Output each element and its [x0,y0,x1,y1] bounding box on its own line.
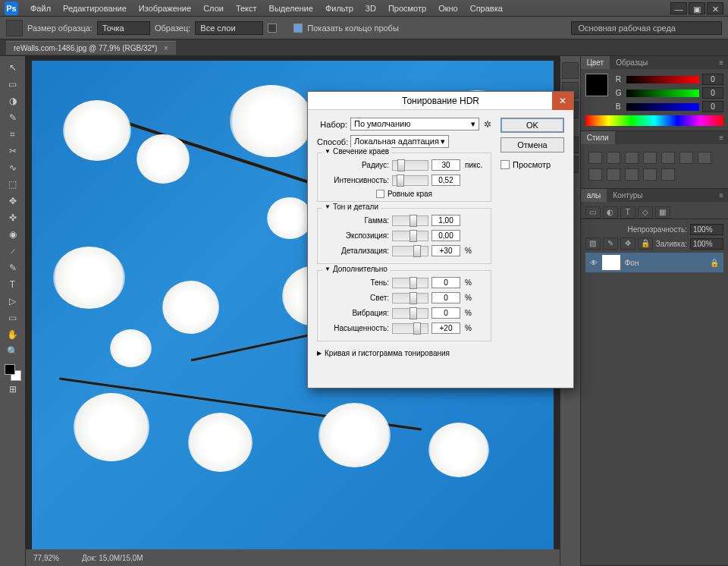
menu-file[interactable]: Файл [24,2,57,14]
adjust-icon[interactable] [643,168,657,181]
exposure-slider[interactable] [392,231,428,241]
adjust-icon[interactable] [607,152,620,164]
adjust-icon[interactable] [625,152,639,164]
sample-size-select[interactable]: Точка [97,21,150,35]
menu-filter[interactable]: Фильтр [319,2,359,14]
smooth-edges-checkbox[interactable] [376,190,384,198]
window-minimize-button[interactable]: — [670,2,687,14]
filter-pixel-icon[interactable]: ▭ [585,206,601,219]
curve-section-header[interactable]: ▶ Кривая и гистограмма тонирования [317,347,491,359]
twisty-icon[interactable]: ▼ [325,266,331,272]
panel-menu-icon[interactable]: ≡ [714,131,728,144]
tab-channels[interactable]: алы [581,189,607,202]
adjust-icon[interactable] [661,168,675,181]
tool-eraser[interactable]: ◉ [4,227,22,242]
layer-row[interactable]: 👁 Фон 🔒 [585,253,723,272]
dialog-titlebar[interactable]: Тонирование HDR ✕ [308,92,573,110]
g-value[interactable]: 0 [702,87,723,99]
layer-name[interactable]: Фон [625,259,639,267]
tool-quickmask[interactable]: ⊞ [4,382,22,397]
vibrance-slider[interactable] [392,308,428,319]
b-value[interactable]: 0 [702,101,723,112]
adjust-icon[interactable] [643,152,657,164]
adjust-icon[interactable] [679,152,693,164]
menu-3d[interactable]: 3D [359,2,382,14]
filter-text-icon[interactable]: T [620,206,635,219]
twisty-right-icon[interactable]: ▶ [317,350,322,357]
foreground-background-swatch[interactable] [5,364,21,381]
preset-gear-icon[interactable]: ✲ [484,119,491,130]
filter-shape-icon[interactable]: ◇ [638,206,653,219]
workspace-select[interactable]: Основная рабочая среда [571,21,722,35]
filter-smart-icon[interactable]: ▦ [655,206,670,219]
color-swatch[interactable] [585,74,608,96]
cancel-button[interactable]: Отмена [500,137,564,153]
lock-pixels-icon[interactable]: ✎ [603,237,618,250]
strip-icon[interactable] [562,62,579,79]
tool-healing[interactable]: ∿ [4,160,22,175]
twisty-icon[interactable]: ▼ [325,148,331,155]
detail-slider[interactable] [392,246,428,256]
shadow-slider[interactable] [392,278,428,288]
menu-layers[interactable]: Слои [197,2,230,14]
saturation-field[interactable]: +20 [431,322,460,334]
light-field[interactable]: 0 [431,292,460,303]
radius-field[interactable]: 30 [431,159,460,171]
tool-move[interactable]: ↖ [4,60,22,75]
g-slider[interactable] [626,90,699,97]
tool-gradient[interactable]: ⟋ [4,244,22,259]
tool-hand[interactable]: ✋ [4,327,22,342]
panel-menu-icon[interactable]: ≡ [714,56,728,69]
menu-image[interactable]: Изображение [133,2,197,14]
foreground-color[interactable] [5,364,15,375]
saturation-slider[interactable] [392,323,428,334]
radius-slider[interactable] [392,160,428,171]
window-maximize-button[interactable]: ▣ [689,2,705,14]
tool-shape[interactable]: ▭ [4,310,22,325]
strength-slider[interactable] [392,175,428,186]
tool-eyedropper[interactable]: ✂ [4,143,22,159]
menu-view[interactable]: Просмотр [382,2,432,14]
tool-history-brush[interactable]: ✜ [4,210,22,225]
preview-checkbox[interactable] [500,160,510,169]
visibility-icon[interactable]: 👁 [590,259,598,267]
document-tab[interactable]: reWalls.com-1486.jpg @ 77,9% (RGB/32*) × [6,41,176,55]
tool-zoom[interactable]: 🔍 [4,344,22,359]
fill-field[interactable]: 100% [690,238,723,250]
filter-adjust-icon[interactable]: ◐ [603,206,618,219]
status-zoom[interactable]: 77,92% [33,554,59,562]
lock-all-icon[interactable]: 🔒 [638,237,653,250]
show-ring-checkbox[interactable] [293,24,303,33]
menu-window[interactable]: Окно [432,2,464,14]
close-tab-icon[interactable]: × [164,44,168,52]
b-slider[interactable] [626,103,699,111]
opacity-field[interactable]: 100% [690,224,723,235]
adjust-icon[interactable] [588,168,602,181]
adjust-icon[interactable] [588,152,602,164]
option-checkbox[interactable] [268,24,277,33]
adjust-icon[interactable] [607,168,620,181]
color-ramp[interactable] [585,115,723,126]
menu-help[interactable]: Справка [464,2,509,14]
tab-paths[interactable]: Контуры [607,189,648,202]
current-tool-icon[interactable] [6,20,23,36]
tool-marquee[interactable]: ▭ [4,77,22,92]
adjust-icon[interactable] [698,152,711,164]
tool-stamp[interactable]: ✥ [4,193,22,209]
panel-menu-icon[interactable]: ≡ [714,189,728,202]
tab-styles[interactable]: Стили [581,131,615,144]
layer-thumbnail[interactable] [602,255,620,270]
sample-layers-select[interactable]: Все слои [195,21,263,35]
adjust-icon[interactable] [625,168,639,181]
menu-edit[interactable]: Редактирование [57,2,133,14]
lock-transparent-icon[interactable]: ▨ [585,237,601,250]
exposure-field[interactable]: 0,00 [431,230,460,241]
ok-button[interactable]: OK [500,118,564,133]
strength-field[interactable]: 0,52 [431,175,460,186]
window-close-button[interactable]: ✕ [707,2,723,14]
tool-wand[interactable]: ✎ [4,110,22,125]
tool-lasso[interactable]: ◑ [4,93,22,108]
preset-select[interactable]: По умолчанию▾ [350,118,479,130]
adjust-icon[interactable] [661,152,675,164]
tab-color[interactable]: Цвет [581,56,610,69]
